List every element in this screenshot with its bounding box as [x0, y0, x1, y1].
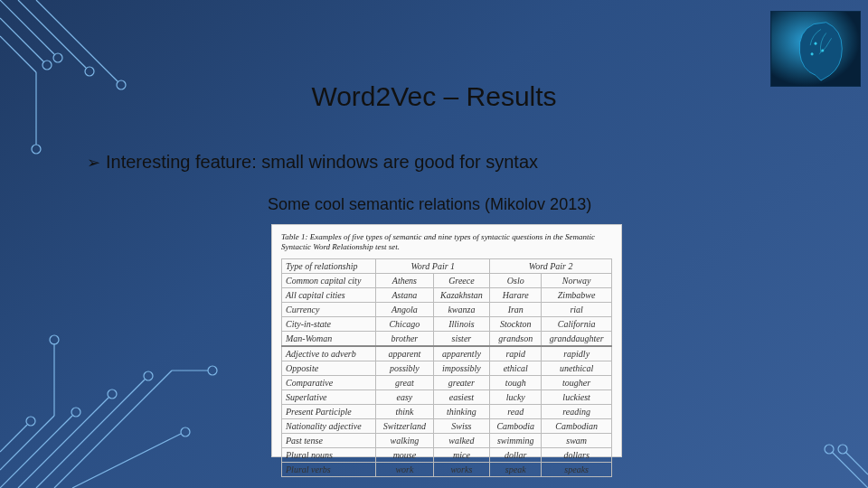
table-cell: work	[376, 462, 433, 476]
svg-point-17	[50, 335, 59, 344]
svg-point-14	[108, 389, 117, 399]
table-cell: rapid	[490, 346, 542, 361]
svg-point-24	[26, 417, 35, 426]
svg-point-3	[85, 67, 94, 76]
relations-table: Type of relationship Word Pair 1 Word Pa…	[281, 258, 612, 477]
table-cell: Nationality adjective	[282, 418, 376, 433]
svg-line-11	[0, 416, 72, 488]
table-cell: Superlative	[282, 389, 376, 404]
table-cell: Past tense	[282, 433, 376, 447]
table-cell: Currency	[282, 302, 376, 316]
table-cell: City-in-state	[282, 316, 376, 331]
table-row: Past tensewalkingwalkedswimmingswam	[282, 433, 612, 447]
table-cell: reading	[542, 404, 612, 418]
table-cell: Switzerland	[376, 418, 433, 433]
table-cell: luckiest	[542, 389, 612, 404]
svg-line-13	[18, 398, 108, 488]
table-cell: California	[542, 316, 612, 331]
table-cell: Kazakhstan	[433, 287, 490, 302]
table-caption: Table 1: Examples of five types of seman…	[281, 232, 612, 253]
svg-line-25	[72, 434, 181, 488]
table-cell: easy	[376, 389, 433, 404]
table-row: Present Participlethinkthinkingreadreadi…	[282, 404, 612, 418]
table-cell: Cambodia	[490, 418, 542, 433]
table-cell: speak	[490, 462, 542, 476]
table-cell: Angola	[376, 302, 433, 316]
table-cell: granddaughter	[542, 331, 612, 346]
svg-line-6	[36, 0, 118, 81]
table-row: Plural nounsmousemicedollardollars	[282, 447, 612, 462]
table-cell: Stockton	[490, 316, 542, 331]
table-header-pair1: Word Pair 1	[376, 258, 490, 273]
svg-point-22	[208, 366, 217, 375]
table-cell: Common capital city	[282, 273, 376, 287]
table-cell: apparent	[376, 346, 433, 361]
svg-point-33	[822, 50, 825, 52]
table-cell: tough	[490, 375, 542, 389]
table-row: Plural verbsworkworksspeakspeaks	[282, 462, 612, 476]
table-row: Common capital cityAthensGreeceOsloNorwa…	[282, 273, 612, 287]
table-cell: walking	[376, 433, 433, 447]
table-cell: read	[490, 404, 542, 418]
table-cell: sister	[433, 331, 490, 346]
table-cell: works	[433, 462, 490, 476]
table-cell: unethical	[542, 361, 612, 375]
bullet-arrow-icon: ➢	[87, 153, 100, 173]
table-cell: mouse	[376, 447, 433, 462]
slide-title: Word2Vec – Results	[0, 81, 868, 112]
table-cell: Oslo	[490, 273, 542, 287]
svg-line-23	[0, 425, 27, 452]
svg-line-27	[832, 452, 868, 488]
table-container: Table 1: Examples of five types of seman…	[271, 224, 622, 457]
table-cell: Illinois	[433, 316, 490, 331]
table-row: Adjective to adverbapparentapparentlyrap…	[282, 346, 612, 361]
bullet-line: ➢ Interesting feature: small windows are…	[87, 152, 538, 173]
table-cell: mice	[433, 447, 490, 462]
table-cell: Man-Woman	[282, 331, 376, 346]
subcaption: Some cool semantic relations (Mikolov 20…	[268, 195, 591, 214]
table-cell: swimming	[490, 433, 542, 447]
svg-point-34	[811, 53, 814, 56]
table-cell: apparently	[433, 346, 490, 361]
table-cell: Iran	[490, 302, 542, 316]
table-row: City-in-stateChicagoIllinoisStocktonCali…	[282, 316, 612, 331]
table-row: Oppositepossiblyimpossiblyethicalunethic…	[282, 361, 612, 375]
svg-line-2	[18, 0, 86, 68]
svg-point-30	[838, 445, 847, 454]
svg-point-19	[144, 371, 153, 380]
table-cell: Plural verbs	[282, 462, 376, 476]
table-cell: Astana	[376, 287, 433, 302]
table-cell: speaks	[542, 462, 612, 476]
table-cell: Swiss	[433, 418, 490, 433]
table-row: CurrencyAngolakwanzaIranrial	[282, 302, 612, 316]
table-cell: lucky	[490, 389, 542, 404]
table-cell: Cambodian	[542, 418, 612, 433]
table-cell: greater	[433, 375, 490, 389]
table-cell: Chicago	[376, 316, 433, 331]
table-row: Nationality adjectiveSwitzerlandSwissCam…	[282, 418, 612, 433]
table-cell: impossibly	[433, 361, 490, 375]
table-cell: Zimbabwe	[542, 287, 612, 302]
table-cell: grandson	[490, 331, 542, 346]
svg-point-32	[815, 42, 817, 45]
svg-line-18	[36, 380, 145, 488]
svg-line-20	[54, 371, 172, 488]
table-cell: All capital cities	[282, 287, 376, 302]
table-cell: Athens	[376, 273, 433, 287]
table-cell: dollars	[542, 447, 612, 462]
table-cell: Plural nouns	[282, 447, 376, 462]
table-row: Man-Womanbrothersistergrandsongranddaugh…	[282, 331, 612, 346]
table-cell: great	[376, 375, 433, 389]
svg-point-5	[42, 61, 52, 70]
table-cell: rapidly	[542, 346, 612, 361]
table-cell: Opposite	[282, 361, 376, 375]
table-row: All capital citiesAstanaKazakhstanHarare…	[282, 287, 612, 302]
svg-point-28	[825, 445, 834, 454]
table-cell: walked	[433, 433, 490, 447]
table-row: Superlativeeasyeasiestluckyluckiest	[282, 389, 612, 404]
table-cell: Harare	[490, 287, 542, 302]
table-cell: Present Participle	[282, 404, 376, 418]
table-header-relationship: Type of relationship	[282, 258, 376, 273]
table-cell: think	[376, 404, 433, 418]
table-cell: possibly	[376, 361, 433, 375]
